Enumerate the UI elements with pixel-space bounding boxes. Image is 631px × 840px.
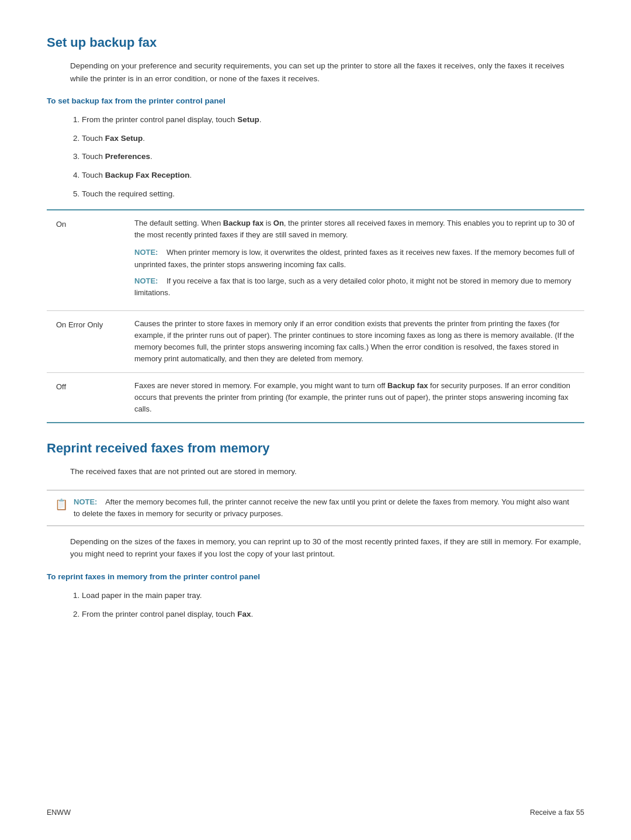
reprint-note-text: After the memory becomes full, the print… <box>74 497 569 518</box>
backup-fax-bold: Backup fax <box>223 219 264 227</box>
setup-step-5: Touch the required setting. <box>82 188 584 201</box>
settings-table: On The default setting. When Backup fax … <box>47 209 584 423</box>
setting-on-desc: The default setting. When Backup fax is … <box>123 210 584 310</box>
setup-step-1: From the printer control panel display, … <box>82 113 584 126</box>
note1-label: NOTE: <box>134 248 158 257</box>
reprint-note-box: 📋 NOTE: After the memory becomes full, t… <box>47 490 584 526</box>
setting-off-row: Off Faxes are never stored in memory. Fo… <box>47 372 584 423</box>
setting-on-note2: NOTE: If you receive a fax that is too l… <box>134 275 575 299</box>
setup-step-3-bold: Preferences <box>105 152 150 161</box>
setup-title: Set up backup fax <box>47 35 584 50</box>
reprint-section: Reprint received faxes from memory The r… <box>47 441 584 620</box>
setup-step-4-bold: Backup Fax Reception <box>105 171 190 179</box>
note-icon: 📋 <box>55 497 68 513</box>
setting-on-main-desc: The default setting. When Backup fax is … <box>134 217 575 241</box>
setup-step-4: Touch Backup Fax Reception. <box>82 169 584 182</box>
setting-on-error-row: On Error Only Causes the printer to stor… <box>47 311 584 373</box>
setup-step-3: Touch Preferences. <box>82 150 584 163</box>
reprint-steps-list: Load paper in the main paper tray. From … <box>82 589 584 620</box>
reprint-note-label: NOTE: <box>74 497 97 506</box>
setup-step-2: Touch Fax Setup. <box>82 132 584 145</box>
backup-fax-bold-2: Backup fax <box>387 381 428 390</box>
on-bold: On <box>273 219 284 227</box>
setup-steps-list: From the printer control panel display, … <box>82 113 584 200</box>
note1-text: When printer memory is low, it overwrite… <box>134 248 574 268</box>
reprint-body: Depending on the sizes of the faxes in m… <box>70 535 584 561</box>
reprint-intro: The received faxes that are not printed … <box>70 465 584 478</box>
footer-left: ENWW <box>47 808 71 817</box>
setup-subsection-heading: To set backup fax from the printer contr… <box>47 96 584 105</box>
setting-on-row: On The default setting. When Backup fax … <box>47 210 584 310</box>
reprint-step-2: From the printer control panel display, … <box>82 608 584 621</box>
setting-on-error-desc: Causes the printer to store faxes in mem… <box>123 311 584 373</box>
reprint-subsection-heading: To reprint faxes in memory from the prin… <box>47 572 584 581</box>
setup-step-1-bold: Setup <box>237 115 259 124</box>
reprint-step-1: Load paper in the main paper tray. <box>82 589 584 602</box>
setting-off-name: Off <box>47 372 123 423</box>
note2-label: NOTE: <box>134 276 158 285</box>
page-content: Set up backup fax Depending on your pref… <box>47 35 584 620</box>
setting-off-desc: Faxes are never stored in memory. For ex… <box>123 372 584 423</box>
page-footer: ENWW Receive a fax 55 <box>47 808 584 817</box>
footer-right: Receive a fax 55 <box>530 808 584 817</box>
setup-section: Set up backup fax Depending on your pref… <box>47 35 584 423</box>
reprint-title: Reprint received faxes from memory <box>47 441 584 456</box>
setup-intro: Depending on your preference and securit… <box>70 60 584 85</box>
note2-text: If you receive a fax that is too large, … <box>134 276 571 297</box>
setting-on-name: On <box>47 210 123 310</box>
setting-on-error-name: On Error Only <box>47 311 123 373</box>
reprint-step-2-bold: Fax <box>237 610 251 618</box>
setting-on-note1: NOTE: When printer memory is low, it ove… <box>134 247 575 270</box>
setup-step-2-bold: Fax Setup <box>105 134 143 143</box>
reprint-note-content: NOTE: After the memory becomes full, the… <box>74 496 576 520</box>
